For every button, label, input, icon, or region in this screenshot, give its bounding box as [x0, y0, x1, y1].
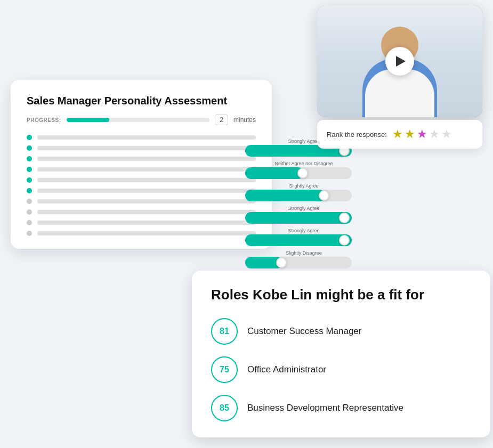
question-list — [27, 135, 256, 236]
score-circle-3: 85 — [211, 395, 238, 421]
star-4[interactable]: ★ — [429, 127, 440, 141]
role-name-2: Office Administrator — [247, 364, 326, 375]
slider-label-2: Neither Agree nor Disagree — [245, 161, 362, 166]
star-rating[interactable]: ★ ★ ★ ★ ★ — [392, 127, 452, 141]
video-card — [317, 5, 482, 117]
slider-group-4: Strongly Agree — [245, 206, 362, 224]
question-dot-teal — [27, 188, 32, 193]
question-dot-gray — [27, 231, 32, 236]
score-circle-1: 81 — [211, 318, 238, 345]
rank-card: Rank the response: ★ ★ ★ ★ ★ — [317, 120, 482, 149]
slider-track-2[interactable] — [245, 167, 352, 179]
roles-card: Roles Kobe Lin might be a fit for 81 Cus… — [192, 271, 490, 437]
slider-thumb-5[interactable] — [339, 235, 350, 246]
question-line — [37, 231, 256, 235]
slider-fill-2 — [245, 167, 304, 179]
role-item-2: 75 Office Administrator — [211, 356, 471, 383]
star-5[interactable]: ★ — [441, 127, 452, 141]
person-shirt — [365, 69, 434, 117]
question-item — [27, 188, 256, 193]
slider-track-5[interactable] — [245, 234, 352, 246]
slider-group-3: Slightly Agree — [245, 183, 362, 201]
role-item-3: 85 Business Development Representative — [211, 395, 471, 421]
slider-thumb-3[interactable] — [319, 190, 329, 201]
progress-row: PROGRESS: 2 minutes — [27, 115, 256, 125]
slider-track-4[interactable] — [245, 212, 352, 224]
slider-thumb-2[interactable] — [297, 168, 308, 178]
slider-label-3: Slightly Agree — [245, 183, 362, 189]
question-line — [37, 146, 256, 150]
question-dot-gray — [27, 199, 32, 204]
sliders-overlay: Strongly Agree Neither Agree nor Disagre… — [245, 139, 362, 273]
question-dot-gray — [27, 209, 32, 215]
question-line — [37, 157, 256, 161]
star-3[interactable]: ★ — [417, 127, 427, 141]
question-dot-teal — [27, 177, 32, 183]
slider-track-3[interactable] — [245, 190, 352, 201]
question-line — [37, 210, 256, 214]
slider-group-6: Slightly Disagree — [245, 250, 362, 268]
role-name-3: Business Development Representative — [247, 403, 403, 413]
question-dot-gray — [27, 220, 32, 225]
star-2[interactable]: ★ — [405, 127, 415, 141]
slider-label-5: Strongly Agree — [245, 228, 362, 233]
star-1[interactable]: ★ — [392, 127, 403, 141]
question-item — [27, 209, 256, 215]
slider-track-6[interactable] — [245, 257, 352, 268]
question-line — [37, 135, 256, 140]
question-line — [37, 199, 256, 203]
progress-label: PROGRESS: — [27, 117, 61, 123]
question-line — [37, 178, 256, 182]
question-line — [37, 167, 256, 172]
role-item-1: 81 Customer Success Manager — [211, 318, 471, 345]
question-line — [37, 221, 256, 225]
rank-label: Rank the response: — [327, 131, 387, 139]
slider-group-5: Strongly Agree — [245, 228, 362, 246]
question-dot-teal — [27, 156, 32, 161]
play-icon — [396, 56, 406, 67]
play-button[interactable] — [385, 47, 414, 76]
video-thumbnail — [317, 5, 482, 117]
assessment-title: Sales Manager Personality Assessment — [27, 95, 256, 107]
roles-title: Roles Kobe Lin might be a fit for — [211, 287, 471, 303]
question-dot-teal — [27, 145, 32, 151]
role-name-1: Customer Success Manager — [247, 326, 361, 337]
progress-minutes: minutes — [233, 116, 256, 124]
assessment-card: Sales Manager Personality Assessment PRO… — [11, 80, 272, 249]
slider-label-4: Strongly Agree — [245, 206, 362, 211]
progress-bar-container — [67, 118, 210, 122]
slider-thumb-4[interactable] — [339, 213, 350, 223]
progress-time-value: 2 — [215, 115, 228, 125]
score-circle-2: 75 — [211, 356, 238, 383]
question-line — [37, 189, 256, 193]
question-item — [27, 135, 256, 140]
progress-bar-fill — [67, 118, 110, 122]
question-item — [27, 231, 256, 236]
question-item — [27, 220, 256, 225]
question-item — [27, 145, 256, 151]
question-dot-teal — [27, 135, 32, 140]
question-item — [27, 156, 256, 161]
slider-thumb-6[interactable] — [276, 257, 287, 268]
slider-label-6: Slightly Disagree — [245, 250, 362, 256]
question-dot-teal — [27, 167, 32, 172]
slider-fill-3 — [245, 190, 325, 201]
question-item — [27, 199, 256, 204]
question-item — [27, 177, 256, 183]
question-item — [27, 167, 256, 172]
slider-group-2: Neither Agree nor Disagree — [245, 161, 362, 179]
